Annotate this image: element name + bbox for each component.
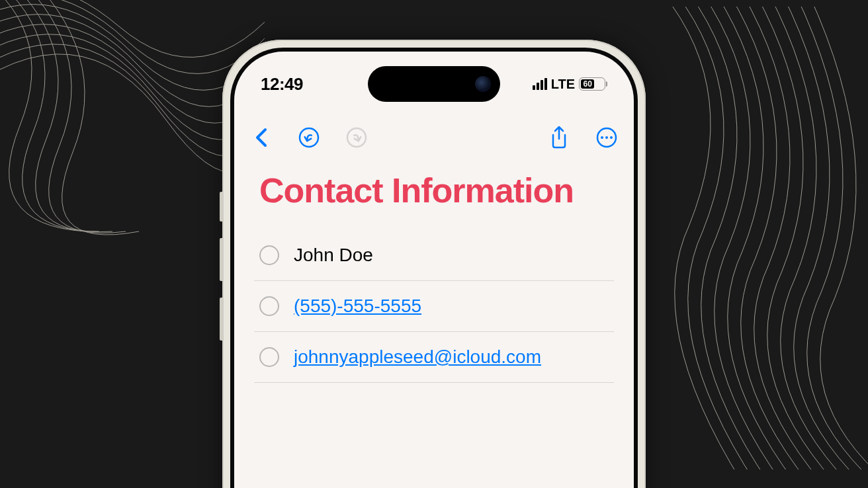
- redo-button[interactable]: [345, 126, 368, 149]
- checklist-item-text: John Doe: [294, 245, 373, 266]
- svg-point-3: [601, 136, 603, 139]
- background-decoration-right: [636, 7, 868, 469]
- checklist-item[interactable]: johnnyappleseed@icloud.com: [254, 332, 614, 383]
- cellular-signal-icon: [533, 78, 547, 90]
- share-button[interactable]: [548, 126, 570, 149]
- back-button[interactable]: [250, 126, 273, 149]
- svg-point-1: [347, 128, 366, 147]
- phone-link[interactable]: (555)-555-5555: [294, 296, 421, 317]
- status-time: 12:49: [261, 74, 303, 95]
- checkbox-icon[interactable]: [259, 347, 279, 367]
- email-link[interactable]: johnnyappleseed@icloud.com: [294, 346, 541, 368]
- battery-percent: 60: [581, 79, 594, 89]
- svg-point-5: [610, 136, 613, 139]
- note-content[interactable]: Contact Information John Doe (555)-555-5…: [234, 171, 634, 383]
- network-type: LTE: [551, 77, 575, 92]
- dynamic-island: [368, 66, 500, 102]
- battery-indicator: 60: [579, 77, 607, 91]
- checklist-item[interactable]: (555)-555-5555: [254, 281, 614, 332]
- checkbox-icon[interactable]: [259, 296, 279, 316]
- front-camera: [475, 76, 491, 92]
- svg-point-4: [605, 136, 608, 139]
- svg-point-0: [300, 128, 318, 147]
- more-options-button[interactable]: [595, 126, 618, 149]
- checkbox-icon[interactable]: [259, 245, 279, 265]
- checklist-item[interactable]: John Doe: [254, 230, 614, 281]
- note-title: Contact Information: [259, 171, 614, 210]
- undo-button[interactable]: [298, 126, 320, 149]
- phone-screen: 12:49 LTE 60: [234, 52, 634, 488]
- notes-toolbar: [234, 118, 634, 157]
- iphone-mockup: 12:49 LTE 60: [222, 40, 646, 488]
